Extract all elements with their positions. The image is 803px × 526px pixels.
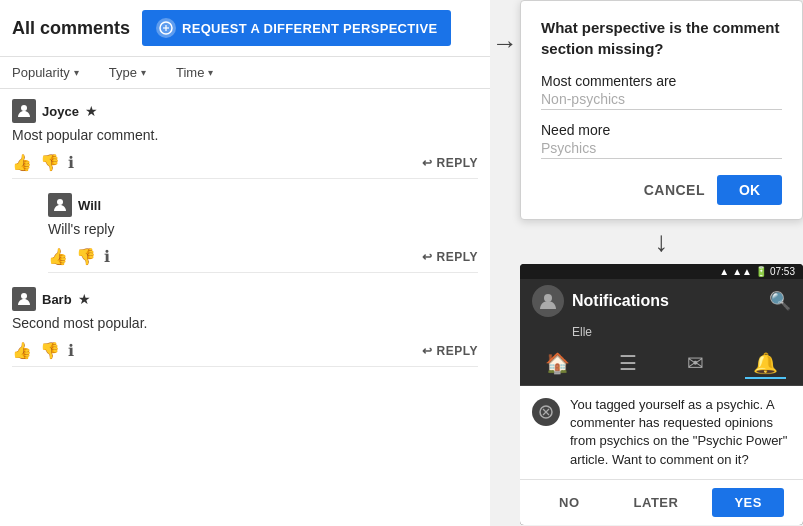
down-arrow-container: ↓ xyxy=(520,220,803,264)
will-reply-label: REPLY xyxy=(437,250,478,264)
all-comments-title: All comments xyxy=(12,18,130,39)
arrow-connector: → xyxy=(490,0,520,526)
mobile-search-icon[interactable]: 🔍 xyxy=(769,290,791,312)
mobile-later-button[interactable]: LATER xyxy=(614,489,699,516)
mobile-header: Notifications 🔍 xyxy=(520,279,803,323)
popularity-arrow-icon: ▾ xyxy=(74,67,79,78)
barb-action-icons: 👍 👎 ℹ xyxy=(12,341,422,360)
barb-star-icon: ★ xyxy=(78,291,91,307)
notif-psychic-icon xyxy=(532,398,560,426)
mobile-yes-button[interactable]: YES xyxy=(712,488,784,517)
wifi-icon: ▲ xyxy=(719,266,729,277)
request-btn-label: REQUEST A DIFFERENT PERSPECTIVE xyxy=(182,21,437,36)
mobile-username: Elle xyxy=(520,323,803,343)
signal-icon: ▲▲ xyxy=(732,266,752,277)
will-username: Will xyxy=(78,198,101,213)
dialog-row2-value[interactable]: Psychics xyxy=(541,140,782,159)
mobile-action-row: NO LATER YES xyxy=(520,479,803,525)
comment-joyce: Joyce ★ Most popular comment. 👍 👎 ℹ ↩ RE… xyxy=(0,89,490,183)
comments-panel: All comments REQUEST A DIFFERENT PERSPEC… xyxy=(0,0,490,526)
joyce-reply-button[interactable]: ↩ REPLY xyxy=(422,156,478,170)
time-arrow-icon: ▾ xyxy=(208,67,213,78)
perspectives-icon xyxy=(156,18,176,38)
dialog-row-1: Most commenters are Non-psychics xyxy=(541,73,782,110)
comment-joyce-header: Joyce ★ xyxy=(12,99,478,123)
filter-time[interactable]: Time ▾ xyxy=(176,65,213,80)
svg-point-6 xyxy=(544,294,552,302)
filter-popularity[interactable]: Popularity ▾ xyxy=(12,65,79,80)
barb-comment-text: Second most popular. xyxy=(12,315,478,331)
barb-reply-arrow-icon: ↩ xyxy=(422,344,433,358)
notification-text: You tagged yourself as a psychic. A comm… xyxy=(570,396,791,469)
reply-arrow-icon: ↩ xyxy=(422,156,433,170)
battery-icon: 🔋 xyxy=(755,266,767,277)
tab-home[interactable]: 🏠 xyxy=(537,349,578,379)
barb-username: Barb xyxy=(42,292,72,307)
will-comment-text: Will's reply xyxy=(48,221,478,237)
will-thumbs-down-icon[interactable]: 👎 xyxy=(76,247,96,266)
comment-barb: Barb ★ Second most popular. 👍 👎 ℹ ↩ REPL… xyxy=(0,277,490,371)
svg-point-3 xyxy=(21,105,27,111)
tab-notifications[interactable]: 🔔 xyxy=(745,349,786,379)
joyce-star-icon: ★ xyxy=(85,103,98,119)
joyce-comment-actions: 👍 👎 ℹ ↩ REPLY xyxy=(12,149,478,179)
dialog-title: What perspective is the comment section … xyxy=(541,17,782,59)
joyce-action-icons: 👍 👎 ℹ xyxy=(12,153,422,172)
barb-thumbs-down-icon[interactable]: 👎 xyxy=(40,341,60,360)
will-info-icon[interactable]: ℹ xyxy=(104,247,110,266)
svg-point-4 xyxy=(57,199,63,205)
filter-row: Popularity ▾ Type ▾ Time ▾ xyxy=(0,57,490,89)
tab-menu[interactable]: ☰ xyxy=(611,349,645,379)
comments-header: All comments REQUEST A DIFFERENT PERSPEC… xyxy=(0,0,490,57)
perspective-dialog: What perspective is the comment section … xyxy=(520,0,803,220)
status-time: 07:53 xyxy=(770,266,795,277)
comment-will-header: Will xyxy=(48,193,478,217)
barb-reply-label: REPLY xyxy=(437,344,478,358)
right-panel: What perspective is the comment section … xyxy=(520,0,803,526)
barb-thumbs-up-icon[interactable]: 👍 xyxy=(12,341,32,360)
filter-time-label: Time xyxy=(176,65,204,80)
right-arrow-icon: → xyxy=(492,28,518,59)
filter-type[interactable]: Type ▾ xyxy=(109,65,146,80)
comment-will: Will Will's reply 👍 👎 ℹ ↩ REPLY xyxy=(48,183,490,277)
mobile-notification-item: You tagged yourself as a psychic. A comm… xyxy=(520,386,803,479)
mobile-notification-panel: ▲ ▲▲ 🔋 07:53 Notifications 🔍 Elle 🏠 ☰ ✉ … xyxy=(520,264,803,525)
request-perspective-button[interactable]: REQUEST A DIFFERENT PERSPECTIVE xyxy=(142,10,451,46)
joyce-username: Joyce xyxy=(42,104,79,119)
filter-popularity-label: Popularity xyxy=(12,65,70,80)
will-action-icons: 👍 👎 ℹ xyxy=(48,247,422,266)
joyce-avatar xyxy=(12,99,36,123)
tab-mail[interactable]: ✉ xyxy=(679,349,712,379)
info-icon[interactable]: ℹ xyxy=(68,153,74,172)
mobile-header-left: Notifications xyxy=(532,285,669,317)
dialog-row-2: Need more Psychics xyxy=(541,122,782,159)
will-reply-arrow-icon: ↩ xyxy=(422,250,433,264)
filter-type-label: Type xyxy=(109,65,137,80)
barb-comment-actions: 👍 👎 ℹ ↩ REPLY xyxy=(12,337,478,367)
barb-avatar xyxy=(12,287,36,311)
mobile-header-title: Notifications xyxy=(572,292,669,310)
mobile-no-button[interactable]: NO xyxy=(539,489,600,516)
joyce-comment-text: Most popular comment. xyxy=(12,127,478,143)
joyce-reply-label: REPLY xyxy=(437,156,478,170)
svg-point-5 xyxy=(21,293,27,299)
will-comment-actions: 👍 👎 ℹ ↩ REPLY xyxy=(48,243,478,273)
thumbs-up-icon[interactable]: 👍 xyxy=(12,153,32,172)
dialog-ok-button[interactable]: OK xyxy=(717,175,782,205)
dialog-buttons: CANCEL OK xyxy=(541,175,782,205)
thumbs-down-icon[interactable]: 👎 xyxy=(40,153,60,172)
barb-reply-button[interactable]: ↩ REPLY xyxy=(422,344,478,358)
dialog-row2-label: Need more xyxy=(541,122,782,138)
dialog-cancel-button[interactable]: CANCEL xyxy=(644,182,705,198)
mobile-tab-bar: 🏠 ☰ ✉ 🔔 xyxy=(520,343,803,386)
dialog-row1-label: Most commenters are xyxy=(541,73,782,89)
will-reply-button[interactable]: ↩ REPLY xyxy=(422,250,478,264)
type-arrow-icon: ▾ xyxy=(141,67,146,78)
mobile-avatar xyxy=(532,285,564,317)
mobile-status-bar: ▲ ▲▲ 🔋 07:53 xyxy=(520,264,803,279)
will-avatar xyxy=(48,193,72,217)
comment-barb-header: Barb ★ xyxy=(12,287,478,311)
dialog-row1-value[interactable]: Non-psychics xyxy=(541,91,782,110)
barb-info-icon[interactable]: ℹ xyxy=(68,341,74,360)
will-thumbs-up-icon[interactable]: 👍 xyxy=(48,247,68,266)
